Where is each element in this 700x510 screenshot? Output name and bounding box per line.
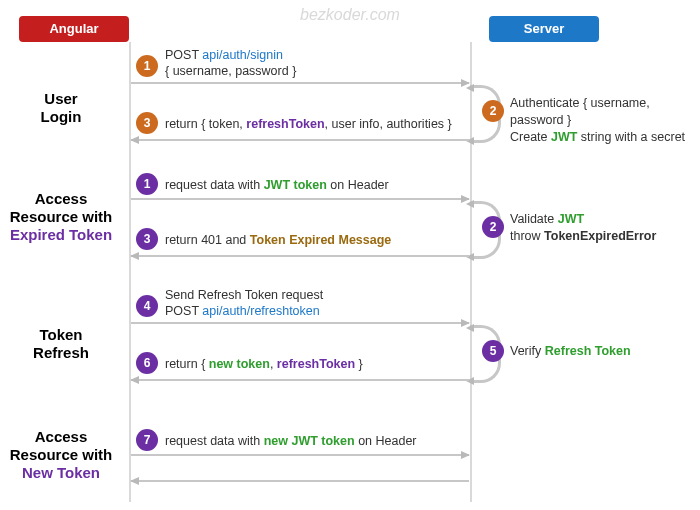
section-text: Resource with (0, 208, 122, 226)
text-refreshtoken: refreshToken (277, 357, 355, 371)
section-user-login: User Login (0, 90, 122, 126)
text: Verify (510, 344, 545, 358)
text: Validate (510, 212, 558, 226)
section-access-expired: Access Resource with Expired Token (0, 190, 122, 244)
arrow-left (131, 480, 469, 482)
arrow-right (131, 198, 469, 200)
text: on Header (327, 178, 389, 192)
text: on Header (355, 434, 417, 448)
badge-step-a1: 1 (136, 173, 158, 195)
section-text: Resource with (0, 446, 122, 464)
text: POST (165, 304, 202, 318)
text-url: api/auth/refreshtoken (202, 304, 319, 318)
text: , (270, 357, 277, 371)
text: { username, password } (165, 64, 296, 78)
section-text: Refresh (0, 344, 122, 362)
sequence-diagram: bezkoder.com Angular Server User Login P… (0, 0, 700, 510)
text-jwt: JWT (558, 212, 584, 226)
text: request data with (165, 434, 264, 448)
text: return 401 and (165, 233, 250, 247)
text-newjwt: new JWT token (264, 434, 355, 448)
text-newtoken: new token (209, 357, 270, 371)
section-text: Access (0, 190, 122, 208)
msg-request-expired: request data with JWT token on Header (165, 178, 700, 194)
arrow-right (131, 322, 469, 324)
badge-step-3: 3 (136, 112, 158, 134)
text-refreshtoken: refreshToken (246, 117, 324, 131)
arrow-left (131, 255, 469, 257)
section-access-new: Access Resource with New Token (0, 428, 122, 482)
text-jwt: JWT token (264, 178, 327, 192)
badge-step-n7: 7 (136, 429, 158, 451)
lane-header-server: Server (489, 16, 599, 42)
lifeline-angular (129, 42, 131, 502)
badge-step-r6: 6 (136, 352, 158, 374)
msg-401-response: return 401 and Token Expired Message (165, 233, 700, 249)
section-text: Login (0, 108, 122, 126)
msg-refresh-response: return { new token, refreshToken } (165, 357, 700, 373)
section-text: Token (0, 326, 122, 344)
msg-signin-request: POST api/auth/signin { username, passwor… (165, 48, 700, 79)
badge-step-r4: 4 (136, 295, 158, 317)
text: , user info, authorities } (325, 117, 452, 131)
text: } (355, 357, 363, 371)
text: POST (165, 48, 202, 62)
text-refreshtoken: Refresh Token (545, 344, 631, 358)
lane-header-angular: Angular (19, 16, 129, 42)
arrow-right (131, 454, 469, 456)
arrow-left (131, 379, 469, 381)
msg-signin-response: return { token, refreshToken, user info,… (165, 117, 700, 133)
text-url: api/auth/signin (202, 48, 283, 62)
msg-refresh-request: Send Refresh Token request POST api/auth… (165, 288, 700, 319)
text: request data with (165, 178, 264, 192)
msg-request-new: request data with new JWT token on Heade… (165, 434, 700, 450)
watermark: bezkoder.com (300, 6, 400, 24)
badge-step-a3: 3 (136, 228, 158, 250)
arrow-right (131, 82, 469, 84)
arrow-left (131, 139, 469, 141)
section-text: Expired Token (0, 226, 122, 244)
section-text: New Token (0, 464, 122, 482)
text: Send Refresh Token request (165, 288, 323, 302)
section-text: User (0, 90, 122, 108)
section-text: Access (0, 428, 122, 446)
section-token-refresh: Token Refresh (0, 326, 122, 362)
badge-step-1: 1 (136, 55, 158, 77)
text: return { token, (165, 117, 246, 131)
text: return { (165, 357, 209, 371)
text-expired-msg: Token Expired Message (250, 233, 392, 247)
